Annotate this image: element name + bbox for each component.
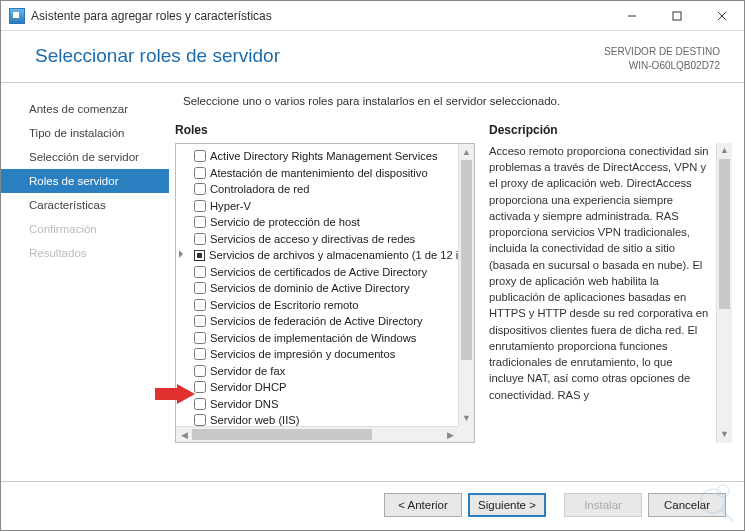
roles-scrollbar-vertical[interactable]: ▲ ▼ <box>458 144 474 426</box>
role-checkbox[interactable] <box>194 348 206 360</box>
description-text: Acceso remoto proporciona conectividad s… <box>489 143 714 403</box>
window-title: Asistente para agregar roles y caracterí… <box>31 9 609 23</box>
role-item[interactable]: Servicios de certificados de Active Dire… <box>176 264 458 281</box>
role-label: Servicios de impresión y documentos <box>210 348 395 360</box>
role-label: Servicios de implementación de Windows <box>210 332 416 344</box>
role-checkbox[interactable] <box>194 183 206 195</box>
cancel-button[interactable]: Cancelar <box>648 493 726 517</box>
maximize-button[interactable] <box>654 1 699 31</box>
checkbox-partial[interactable] <box>194 250 205 261</box>
role-label: Servidor de fax <box>210 365 285 377</box>
role-checkbox[interactable] <box>194 282 206 294</box>
role-item[interactable]: Servicios de impresión y documentos <box>176 346 458 363</box>
role-label: Servidor DHCP <box>210 381 286 393</box>
sidebar-item-6: Resultados <box>1 241 169 265</box>
role-label: Hyper-V <box>210 200 251 212</box>
role-label: Atestación de mantenimiento del disposit… <box>210 167 428 179</box>
role-label: Servicio de protección de host <box>210 216 360 228</box>
role-label: Servicios de Escritorio remoto <box>210 299 359 311</box>
role-checkbox[interactable] <box>194 365 206 377</box>
role-checkbox[interactable] <box>194 332 206 344</box>
sidebar-item-0[interactable]: Antes de comenzar <box>1 97 169 121</box>
wizard-footer: < Anterior Siguiente > Instalar Cancelar <box>1 481 744 527</box>
svg-line-3 <box>718 12 726 20</box>
role-checkbox[interactable] <box>194 167 206 179</box>
role-checkbox[interactable] <box>194 299 206 311</box>
install-button: Instalar <box>564 493 642 517</box>
wizard-header: Seleccionar roles de servidor SERVIDOR D… <box>1 31 744 83</box>
instruction-text: Seleccione uno o varios roles para insta… <box>175 95 732 107</box>
role-item[interactable]: Servicios de Escritorio remoto <box>176 297 458 314</box>
role-item[interactable]: Servicios de archivos y almacenamiento (… <box>176 247 458 264</box>
sidebar-item-2[interactable]: Selección de servidor <box>1 145 169 169</box>
role-label: Controladora de red <box>210 183 310 195</box>
role-label: Servidor web (IIS) <box>210 414 300 426</box>
role-checkbox[interactable] <box>194 216 206 228</box>
sidebar-item-5: Confirmación <box>1 217 169 241</box>
svg-rect-1 <box>673 12 681 20</box>
role-checkbox[interactable] <box>194 200 206 212</box>
role-label: Servicios de federación de Active Direct… <box>210 315 423 327</box>
role-item[interactable]: Controladora de red <box>176 181 458 198</box>
svg-line-2 <box>718 12 726 20</box>
role-label: Servicios de acceso y directivas de rede… <box>210 233 415 245</box>
app-icon <box>9 8 25 24</box>
scroll-down-icon[interactable]: ▼ <box>717 427 732 443</box>
role-item[interactable]: Servicios de federación de Active Direct… <box>176 313 458 330</box>
description-heading: Descripción <box>489 123 732 137</box>
roles-scrollbar-horizontal[interactable]: ◀ ▶ <box>176 426 458 442</box>
scroll-thumb[interactable] <box>461 160 472 360</box>
wizard-sidebar: Antes de comenzarTipo de instalaciónSele… <box>1 83 169 481</box>
role-item[interactable]: Servicios de implementación de Windows <box>176 330 458 347</box>
window-titlebar: Asistente para agregar roles y caracterí… <box>1 1 744 31</box>
scroll-down-icon[interactable]: ▼ <box>459 410 474 426</box>
role-checkbox[interactable] <box>194 150 206 162</box>
role-item[interactable]: Servidor web (IIS) <box>176 412 458 426</box>
minimize-button[interactable] <box>609 1 654 31</box>
scroll-up-icon[interactable]: ▲ <box>459 144 474 160</box>
wizard-main: Seleccione uno o varios roles para insta… <box>169 83 744 481</box>
scroll-up-icon[interactable]: ▲ <box>717 143 732 159</box>
scroll-right-icon[interactable]: ▶ <box>442 427 458 442</box>
role-label: Servicios de certificados de Active Dire… <box>210 266 427 278</box>
role-item[interactable]: Servicios de dominio de Active Directory <box>176 280 458 297</box>
sidebar-item-3[interactable]: Roles de servidor <box>1 169 169 193</box>
role-checkbox[interactable] <box>194 233 206 245</box>
role-checkbox[interactable] <box>194 398 206 410</box>
dest-name: WIN-O60LQB02D72 <box>604 59 720 73</box>
role-checkbox[interactable] <box>194 414 206 426</box>
description-panel: Acceso remoto proporciona conectividad s… <box>489 143 732 443</box>
sidebar-item-4[interactable]: Características <box>1 193 169 217</box>
sidebar-item-1[interactable]: Tipo de instalación <box>1 121 169 145</box>
expand-icon[interactable] <box>179 250 183 258</box>
next-button[interactable]: Siguiente > <box>468 493 546 517</box>
page-title: Seleccionar roles de servidor <box>35 45 604 67</box>
role-checkbox[interactable] <box>194 315 206 327</box>
previous-button[interactable]: < Anterior <box>384 493 462 517</box>
role-item[interactable]: Active Directory Rights Management Servi… <box>176 148 458 165</box>
role-label: Servicios de archivos y almacenamiento (… <box>209 249 458 261</box>
roles-listbox[interactable]: Active Directory Rights Management Servi… <box>175 143 475 443</box>
scroll-thumb[interactable] <box>719 159 730 309</box>
role-label: Servicios de dominio de Active Directory <box>210 282 410 294</box>
role-label: Active Directory Rights Management Servi… <box>210 150 438 162</box>
close-button[interactable] <box>699 1 744 31</box>
role-checkbox[interactable] <box>194 381 206 393</box>
destination-server: SERVIDOR DE DESTINO WIN-O60LQB02D72 <box>604 45 720 72</box>
role-item[interactable]: Servicios de acceso y directivas de rede… <box>176 231 458 248</box>
description-scrollbar-vertical[interactable]: ▲ ▼ <box>716 143 732 443</box>
scroll-left-icon[interactable]: ◀ <box>176 427 192 442</box>
role-label: Servidor DNS <box>210 398 278 410</box>
role-item[interactable]: Servidor de fax <box>176 363 458 380</box>
role-item[interactable]: Hyper-V <box>176 198 458 215</box>
role-item[interactable]: Atestación de mantenimiento del disposit… <box>176 165 458 182</box>
scroll-thumb[interactable] <box>192 429 372 440</box>
role-item[interactable]: Servicio de protección de host <box>176 214 458 231</box>
role-item[interactable]: Servidor DNS <box>176 396 458 413</box>
scroll-corner <box>458 426 474 442</box>
role-item[interactable]: Servidor DHCP <box>176 379 458 396</box>
dest-label: SERVIDOR DE DESTINO <box>604 45 720 59</box>
roles-heading: Roles <box>175 123 475 137</box>
role-checkbox[interactable] <box>194 266 206 278</box>
